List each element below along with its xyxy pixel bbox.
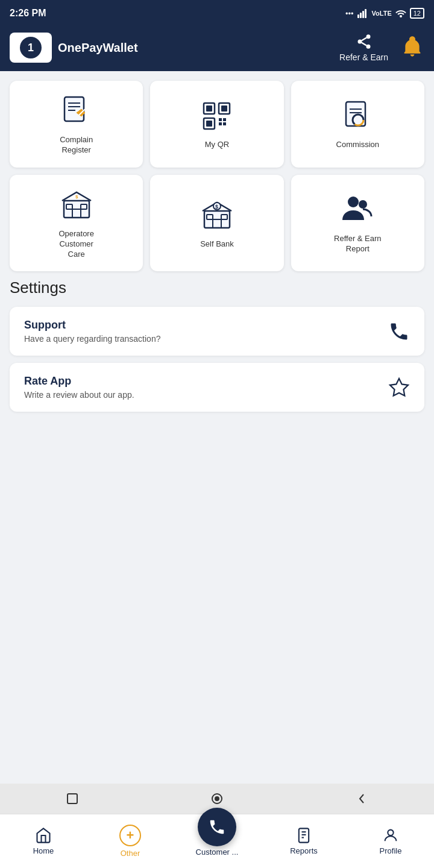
reffer-earn-card[interactable]: Reffer & EarnReport: [291, 175, 424, 272]
nav-reports[interactable]: Reports: [260, 827, 347, 855]
svg-point-39: [348, 197, 359, 207]
rate-app-card[interactable]: Rate App Write a review about our app.: [10, 363, 424, 412]
svg-rect-2: [362, 11, 364, 18]
commission-label: Commission: [336, 140, 380, 150]
settings-section: Settings Support Have a query regarding …: [10, 278, 424, 412]
customer-label: Customer ...: [196, 848, 239, 857]
self-bank-card[interactable]: $ Self Bank: [150, 175, 283, 272]
status-time: 2:26 PM: [10, 8, 46, 19]
self-bank-label: Self Bank: [200, 239, 234, 250]
dots-icon: •••: [345, 9, 354, 18]
svg-rect-21: [219, 122, 222, 125]
support-info: Support Have a query regarding transacti…: [24, 319, 160, 344]
app-name: OnePayWallet: [58, 41, 138, 55]
svg-rect-1: [360, 13, 362, 18]
phone-fab-icon: [208, 818, 226, 836]
svg-text:$: $: [75, 194, 78, 200]
battery-icon: 12: [410, 8, 424, 19]
cards-row-2: $ OperatoreCustomerCare $ Self Bank: [10, 175, 424, 272]
logo-area: 1 OnePayWallet: [10, 33, 138, 63]
home-btn[interactable]: [208, 790, 226, 808]
refer-earn-button[interactable]: Refer & Earn: [339, 33, 388, 62]
svg-point-46: [388, 830, 393, 835]
main-content: ComplainRegister My QR: [0, 71, 434, 868]
other-plus-icon: +: [119, 825, 141, 846]
svg-line-8: [362, 38, 366, 41]
phone-icon: [388, 321, 410, 342]
commission-card[interactable]: Commission: [291, 81, 424, 168]
reports-icon: [295, 827, 312, 844]
svg-point-4: [366, 34, 370, 39]
svg-rect-0: [357, 14, 359, 18]
bottom-nav: Home + Other Customer ... Reports Profil…: [0, 814, 434, 868]
refer-earn-label: Refer & Earn: [339, 52, 388, 62]
svg-point-49: [215, 797, 219, 800]
nav-customer-center: Customer ...: [174, 826, 260, 857]
svg-rect-3: [365, 9, 366, 18]
support-card[interactable]: Support Have a query regarding transacti…: [10, 307, 424, 356]
complain-register-card[interactable]: ComplainRegister: [10, 81, 143, 168]
my-qr-label: My QR: [205, 140, 229, 150]
svg-point-6: [366, 45, 370, 49]
self-bank-icon: $: [199, 197, 235, 233]
svg-rect-42: [299, 828, 309, 842]
svg-rect-20: [223, 118, 226, 121]
rate-app-subtitle: Write a review about our app.: [24, 390, 134, 400]
support-subtitle: Have a query regarding transaction?: [24, 334, 160, 344]
profile-icon: [382, 827, 399, 844]
home-icon: [35, 827, 52, 844]
svg-point-40: [359, 200, 367, 209]
back-btn[interactable]: [353, 790, 371, 808]
complain-register-icon: [58, 93, 95, 129]
share-icon: [356, 33, 373, 50]
bell-icon: [400, 34, 424, 58]
svg-rect-22: [223, 122, 226, 125]
settings-title: Settings: [10, 278, 424, 297]
status-icons: ••• VoLTE 12: [345, 8, 424, 19]
reports-label: Reports: [290, 846, 318, 855]
complain-register-label: ComplainRegister: [60, 135, 93, 156]
nav-home[interactable]: Home: [0, 827, 87, 855]
customer-fab-button[interactable]: [198, 808, 236, 846]
svg-rect-18: [206, 121, 212, 127]
my-qr-card[interactable]: My QR: [150, 81, 283, 168]
cards-row-1: ComplainRegister My QR: [10, 81, 424, 168]
app-logo: 1: [10, 33, 52, 63]
rate-app-title: Rate App: [24, 375, 134, 388]
svg-text:$: $: [215, 204, 218, 210]
rate-app-info: Rate App Write a review about our app.: [24, 375, 134, 400]
support-title: Support: [24, 319, 160, 332]
other-label: Other: [121, 849, 140, 858]
star-icon: [388, 377, 410, 398]
svg-rect-16: [206, 105, 212, 112]
volte-icon: VoLTE: [372, 10, 392, 17]
reffer-earn-label: Reffer & EarnReport: [334, 234, 382, 254]
notification-button[interactable]: [400, 34, 424, 61]
svg-rect-19: [219, 118, 222, 121]
svg-rect-47: [68, 794, 77, 804]
svg-point-5: [357, 40, 362, 44]
commission-icon: [339, 98, 376, 134]
operator-care-card[interactable]: $ OperatoreCustomerCare: [10, 175, 143, 272]
nav-other[interactable]: + Other: [87, 825, 174, 858]
header: 1 OnePayWallet Refer & Earn: [0, 27, 434, 71]
nav-profile[interactable]: Profile: [347, 827, 434, 855]
svg-line-7: [362, 43, 366, 46]
reffer-earn-icon: [339, 192, 376, 228]
header-actions: Refer & Earn: [339, 33, 424, 62]
logo-circle: 1: [20, 37, 42, 58]
svg-marker-41: [390, 379, 408, 396]
status-bar: 2:26 PM ••• VoLTE 12: [0, 0, 434, 27]
home-label: Home: [33, 846, 54, 855]
my-qr-icon: [199, 98, 235, 134]
operator-care-icon: $: [58, 187, 95, 223]
svg-rect-17: [221, 105, 227, 112]
wifi-icon: [395, 9, 406, 17]
square-btn[interactable]: [63, 790, 81, 808]
profile-label: Profile: [380, 846, 402, 855]
signal-icon: [357, 8, 368, 18]
operator-care-label: OperatoreCustomerCare: [58, 229, 94, 260]
